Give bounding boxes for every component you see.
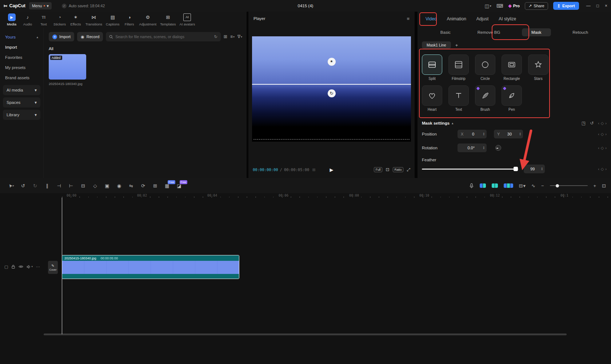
zoom-slider-handle[interactable] xyxy=(556,184,559,187)
mask-split-line[interactable] xyxy=(252,84,411,85)
stepper-arrows[interactable] xyxy=(519,132,521,136)
keyframe-icon[interactable] xyxy=(601,146,604,150)
stepper-arrows[interactable] xyxy=(483,146,485,150)
mute-button[interactable] xyxy=(27,265,33,269)
add-mask-button[interactable] xyxy=(455,43,458,48)
delete-right-button[interactable] xyxy=(65,183,77,189)
delete-left-button[interactable] xyxy=(53,183,65,189)
rotation-knob[interactable] xyxy=(495,145,501,151)
prev-keyframe-icon[interactable] xyxy=(598,146,599,150)
mask-shape-stars[interactable]: Stars xyxy=(528,54,548,81)
track-more-button[interactable] xyxy=(36,264,40,269)
feather-stepper[interactable]: 99 xyxy=(524,165,545,173)
player-menu-icon[interactable] xyxy=(407,16,410,21)
mask-track-chip[interactable]: Mask1 Line xyxy=(422,41,451,49)
view-grid-button[interactable] xyxy=(224,34,227,39)
feather-slider[interactable] xyxy=(422,169,519,170)
shortcuts-button[interactable] xyxy=(496,3,503,9)
focus-button[interactable] xyxy=(386,167,389,172)
tab-templates[interactable]: Templates xyxy=(158,13,177,26)
next-keyframe-icon[interactable] xyxy=(605,146,607,150)
mask-move-handle[interactable] xyxy=(328,58,336,66)
subtab-remove-bg[interactable]: Remove BG xyxy=(472,28,506,36)
mask-shape-pen[interactable]: Pen xyxy=(502,85,522,112)
sidebar-item-favorites[interactable]: Favorites xyxy=(0,52,43,62)
split-button[interactable] xyxy=(41,183,53,189)
filter-button[interactable] xyxy=(237,34,242,39)
snap-button[interactable] xyxy=(531,183,535,189)
timeline-ruler[interactable]: 00:00 00:02 00:04 00:06 00:08 00:10 00:1… xyxy=(0,193,611,199)
mask-tool-button[interactable] xyxy=(89,183,101,189)
select-tool-button[interactable] xyxy=(5,183,17,189)
ratio-button[interactable]: Ratio xyxy=(393,167,404,172)
freeze-frame-button[interactable] xyxy=(113,183,125,189)
close-button[interactable] xyxy=(605,3,607,8)
stabilize-button[interactable]: Free xyxy=(161,183,173,189)
next-keyframe-icon[interactable] xyxy=(605,167,607,171)
zoom-out-icon[interactable] xyxy=(541,183,544,189)
tab-adjustment[interactable]: Adjustment xyxy=(137,13,159,26)
redo-button[interactable] xyxy=(29,183,41,189)
eye-icon[interactable] xyxy=(19,265,23,268)
tab-animation[interactable]: Animation xyxy=(447,16,466,21)
zoom-in-icon[interactable] xyxy=(594,183,596,189)
keyframe-icon[interactable] xyxy=(601,121,604,126)
video-preview[interactable] xyxy=(252,36,411,142)
keying-button[interactable]: Free xyxy=(173,183,185,189)
undo-button[interactable] xyxy=(17,183,29,189)
minimize-button[interactable] xyxy=(586,3,591,8)
tab-ai-avatars[interactable]: AIAI avatars xyxy=(177,13,197,26)
tab-effects[interactable]: Effects xyxy=(68,13,84,26)
search-input[interactable] xyxy=(115,35,212,39)
export-button[interactable]: Export xyxy=(553,2,579,10)
position-x-stepper[interactable]: X 0 xyxy=(458,130,487,138)
mask-shape-circle[interactable]: Circle xyxy=(475,54,495,81)
mask-shape-split[interactable]: Split xyxy=(422,54,442,81)
fit-timeline-icon[interactable] xyxy=(602,183,606,189)
rotation-stepper[interactable]: 0.0° xyxy=(458,143,487,152)
crop-button[interactable] xyxy=(149,183,161,189)
tab-audio[interactable]: Audio xyxy=(20,13,36,26)
tab-filters[interactable]: Filters xyxy=(121,13,137,26)
mask-shape-text[interactable]: Text xyxy=(448,85,469,112)
mask-shape-brush[interactable]: Brush xyxy=(475,85,495,112)
next-keyframe-icon[interactable] xyxy=(605,132,607,136)
filter-all-label[interactable]: All xyxy=(49,46,242,51)
fullscreen-button[interactable] xyxy=(407,167,410,172)
sort-button[interactable] xyxy=(230,34,235,39)
overlay-button[interactable] xyxy=(101,183,113,189)
rotate-button[interactable] xyxy=(137,183,149,189)
next-keyframe-icon[interactable] xyxy=(605,121,607,125)
tab-captions[interactable]: Captions xyxy=(104,13,121,26)
prev-keyframe-icon[interactable] xyxy=(598,132,599,136)
invert-mask-icon[interactable] xyxy=(582,121,586,126)
subtab-mask[interactable]: Mask xyxy=(522,28,551,36)
sidebar-group-spaces[interactable]: Spaces xyxy=(3,97,40,108)
tab-stickers[interactable]: Stickers xyxy=(52,13,68,26)
tab-adjust[interactable]: Adjust xyxy=(476,16,488,21)
timeline-clip[interactable]: 20250415-180340.jpg 00:00:05:00 xyxy=(62,255,239,279)
sidebar-group-ai-media[interactable]: AI media xyxy=(3,85,40,95)
frame-view-icon[interactable] xyxy=(312,167,315,172)
sidebar-item-my-presets[interactable]: My presets xyxy=(0,62,43,73)
mirror-button[interactable] xyxy=(125,183,137,189)
track-mode-icon-1[interactable] xyxy=(480,183,486,188)
stepper-arrows[interactable] xyxy=(483,132,485,136)
sidebar-item-yours[interactable]: Yours xyxy=(0,32,43,42)
media-item-thumbnail[interactable]: Added xyxy=(49,54,86,80)
keyframe-icon[interactable] xyxy=(601,167,604,171)
track-height-button[interactable] xyxy=(519,183,526,189)
prev-keyframe-icon[interactable] xyxy=(598,167,599,171)
tab-text[interactable]: TIText xyxy=(36,13,52,26)
subtab-basic[interactable]: Basic xyxy=(435,28,456,36)
timeline-horizontal-scrollbar[interactable] xyxy=(44,333,567,335)
tab-media[interactable]: Media xyxy=(4,13,20,26)
tab-ai-stylize[interactable]: AI stylize xyxy=(499,16,516,21)
sidebar-item-import[interactable]: Import xyxy=(0,42,43,52)
refresh-icon[interactable] xyxy=(214,35,217,39)
mask-shape-heart[interactable]: Heart xyxy=(422,85,442,112)
record-button[interactable]: Record xyxy=(77,32,103,41)
maximize-button[interactable] xyxy=(596,3,599,8)
keyframe-icon[interactable] xyxy=(601,132,604,137)
playhead[interactable] xyxy=(60,193,64,334)
